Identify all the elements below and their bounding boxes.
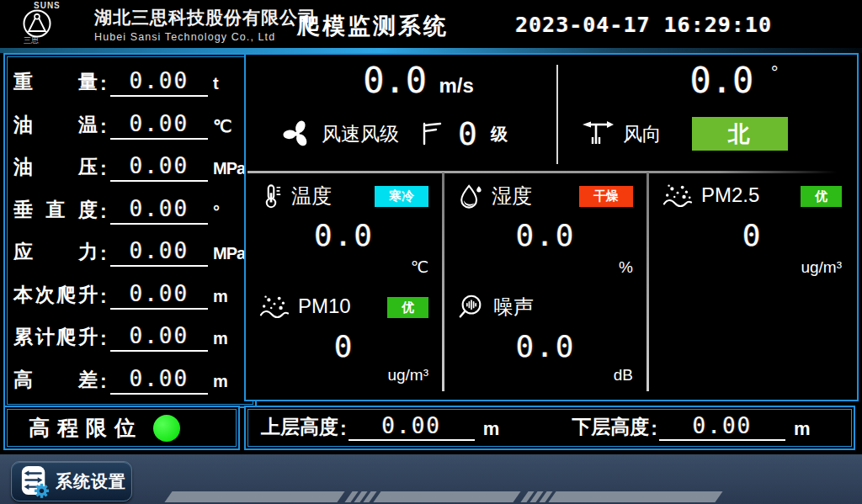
humidity-cell: 湿度 干燥 0.0 % [444,172,646,282]
wind-direction-button[interactable]: 北 [692,117,788,151]
upper-height-group: 上层高度: 0.00 m [261,413,499,443]
wind-speed-value: 0.0 [363,60,427,101]
company-name-cn: 湖北三思科技股份有限公司 [94,6,317,29]
layer-heights-panel: 上层高度: 0.00 m 下层高度: 0.00 m [244,406,855,450]
settings-sliders-icon [20,464,49,498]
row-label: 油温 [13,112,98,143]
row-unit: MPa [213,159,247,185]
pm25-status-badge: 优 [801,186,842,207]
system-settings-button[interactable]: 系统设置 [11,461,132,501]
row-value: 0.00 [110,366,208,395]
company-logo: SUNS 三思 [22,1,89,46]
fan-icon [281,118,313,150]
temperature-header: 温度 [259,183,332,210]
upper-height-label: 上层高度 [261,414,338,443]
noise-cell: 噪声 0.0 dB [444,284,646,390]
lower-height-label: 下层高度 [572,414,649,443]
temperature-status-badge: 寒冷 [375,186,428,207]
environment-panel: 0.0 m/s 风速风级 0 级 [244,53,859,401]
wind-direction-unit: ° [771,62,779,83]
footer-decor-stripe [373,491,520,502]
droplet-icon [458,183,483,210]
wind-level-flag-icon [421,121,443,146]
row-unit: t [213,74,247,100]
app-root: SUNS 三思 湖北三思科技股份有限公司 Hubei Sansi Technol… [0,0,862,504]
row-label: 油压 [13,154,98,185]
dust-icon [662,183,693,208]
pm25-header: PM2.5 [662,183,759,208]
wind-direction-display: 0.0 ° [641,60,827,101]
lower-height-group: 下层高度: 0.00 m [572,413,810,443]
noise-header: 噪声 [458,294,534,321]
logo-cn-text: 三思 [24,35,89,46]
pm10-header: PM10 [259,294,351,319]
wind-speed-display: 0.0 m/s [296,60,540,101]
pm10-status-badge: 优 [387,297,428,318]
thermometer-icon [259,183,283,209]
row-unit: MPa [213,244,247,270]
wind-level-display: 风速风级 0 级 [281,115,508,152]
humidity-header: 湿度 [458,183,532,210]
sansi-logo-icon [22,8,89,39]
pm10-cell: PM10 优 0 ug/m³ [246,284,442,390]
row-label: 累计爬升 [13,324,98,355]
wind-section-divider [556,65,558,164]
row-unit: ℃ [213,116,247,143]
pm25-value: 0 [649,218,855,252]
wind-level-value: 0 [458,115,477,152]
row-total-climb: 累计爬升: 0.00 m [13,318,247,355]
row-label: 本次爬升 [13,282,98,313]
elevation-limit-label: 高程限位 [29,414,143,442]
upper-height-unit: m [483,418,500,443]
pm10-label: PM10 [298,294,351,318]
humidity-value: 0.0 [444,218,646,252]
pm10-unit: ug/m³ [387,366,428,385]
measurements-panel: 重量: 0.00 t 油温: 0.00 ℃ 油压: 0.00 MPa 垂直度: … [3,53,257,408]
noise-unit: dB [614,366,633,385]
elevation-limit-status-light [153,415,180,442]
temperature-unit: ℃ [411,257,428,277]
page-title: 爬模监测系统 [297,11,449,41]
pm25-unit: ug/m³ [801,258,842,277]
noise-value: 0.0 [444,329,646,363]
wind-speed-unit: m/s [439,74,473,97]
wind-speed-label: 风速风级 [322,121,399,147]
row-value: 0.00 [110,111,208,140]
humidity-label: 湿度 [492,183,532,210]
noise-icon [458,294,485,321]
row-unit: m [213,372,247,398]
row-value: 0.00 [110,323,208,352]
humidity-unit: % [619,258,633,277]
footer-decor-stripe [548,491,722,502]
row-label: 重量 [13,69,98,100]
row-verticality: 垂直度: 0.00 ° [13,191,247,228]
row-value: 0.00 [110,281,208,310]
upper-height-value: 0.00 [349,413,475,441]
noise-label: 噪声 [493,294,534,321]
footer-bar: 系统设置 [0,454,862,504]
row-oil-temp: 油温: 0.00 ℃ [13,106,247,143]
temperature-cell: 温度 寒冷 0.0 ℃ [246,172,442,282]
company-name-en: Hubei Sansi Technology Co., Ltd [94,31,317,43]
wind-level-unit: 级 [491,123,508,146]
company-name: 湖北三思科技股份有限公司 Hubei Sansi Technology Co.,… [94,6,317,43]
pm25-label: PM2.5 [701,183,759,207]
wind-direction-value: 0.0 [689,60,753,101]
footer-decor-stripe [164,491,344,502]
row-label: 应力 [13,239,98,270]
row-value: 0.00 [110,196,208,225]
humidity-status-badge: 干燥 [579,186,633,207]
pm25-cell: PM2.5 优 0 ug/m³ [649,172,855,282]
row-unit: m [213,329,247,355]
row-oil-pressure: 油压: 0.00 MPa [13,148,247,185]
datetime-display: 2023-04-17 16:29:10 [515,13,772,37]
row-unit: m [213,287,247,313]
row-value: 0.00 [110,153,208,182]
lower-height-value: 0.00 [659,413,785,441]
row-unit: ° [213,202,247,228]
wind-vane-icon [581,117,616,151]
wind-direction-row: 风向 北 [581,117,788,151]
dust-icon [259,294,290,319]
row-current-climb: 本次爬升: 0.00 m [13,276,247,313]
wind-direction-label: 风向 [623,121,662,147]
